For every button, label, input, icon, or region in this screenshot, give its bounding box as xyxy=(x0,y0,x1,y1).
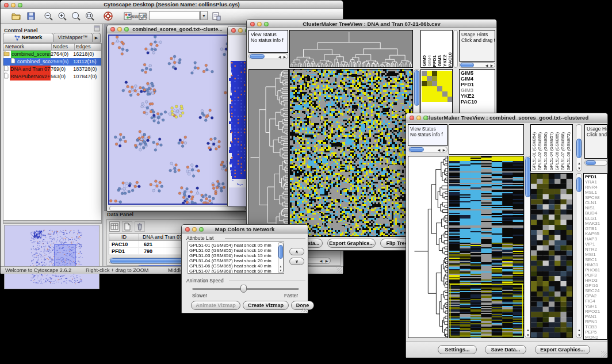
zoom-button[interactable] xyxy=(199,227,204,232)
zoom-selected-icon[interactable] xyxy=(85,11,95,21)
gene-label[interactable]: CPA2 xyxy=(585,293,606,298)
treeview1-title-bar[interactable]: ClusterMaker TreeView : DNA and Tran 07-… xyxy=(247,20,496,28)
attribute-listbox[interactable]: GPL51-01 (GSM854) heat shock 05 minGPL51… xyxy=(188,242,284,274)
tv2-label-scrollbar[interactable]: ▲▼ xyxy=(576,124,582,171)
close-button[interactable] xyxy=(231,28,236,33)
attribute-item[interactable]: GPL51-07 (GSM868) heat shock 60 min xyxy=(189,269,282,274)
mini-heat-cell[interactable] xyxy=(422,76,427,81)
column-label[interactable]: PFD1 xyxy=(432,55,437,67)
tv2-column-dendrogram[interactable] xyxy=(449,124,524,155)
mini-heat-cell[interactable] xyxy=(422,81,427,86)
resize-grip[interactable] xyxy=(336,267,342,273)
zoom-button[interactable] xyxy=(18,3,22,7)
gene-label[interactable]: HAP3 xyxy=(585,236,606,242)
gene-label[interactable]: GIM5 xyxy=(461,70,494,76)
gene-label[interactable]: GIM4 xyxy=(461,76,494,82)
column-label[interactable]: GPL51-03 (GSM856) xyxy=(543,132,549,170)
tv2-hints-scrollbar[interactable] xyxy=(584,160,607,166)
close-button[interactable] xyxy=(410,116,414,120)
dialog-title-bar[interactable]: Map Colors to Network xyxy=(182,225,308,233)
new-attribute-icon[interactable] xyxy=(122,221,132,232)
mini-heat-cell[interactable] xyxy=(447,91,453,97)
save-session-icon[interactable] xyxy=(26,11,36,21)
tv1-hints-scrollbar[interactable]: ◀▶ xyxy=(459,62,495,68)
tv1-heatmap[interactable] xyxy=(290,70,412,236)
column-label[interactable]: GIM3 xyxy=(437,55,442,67)
tab-vizmapper[interactable]: VizMapper™ xyxy=(53,33,93,43)
mini-heat-cell[interactable] xyxy=(432,76,437,81)
resize-grip[interactable] xyxy=(301,306,307,312)
gene-label[interactable]: FIG4 xyxy=(585,298,606,304)
gene-label[interactable]: PAN1 xyxy=(585,314,606,319)
mini-heat-cell[interactable] xyxy=(437,76,442,81)
mini-heat-cell[interactable] xyxy=(437,86,442,91)
attribute-item[interactable]: GPL51-02 (GSM855) heat shock 10 min xyxy=(189,248,282,253)
zoom-in-icon[interactable] xyxy=(57,11,67,21)
float-panel-icon[interactable] xyxy=(94,25,100,32)
gene-label[interactable]: YSH1 xyxy=(585,304,606,309)
col-header-id[interactable]: ID xyxy=(109,234,139,240)
tv2-zoom-vscrollbar[interactable]: ▲▼ xyxy=(576,173,582,338)
tv1-status-scrollbar[interactable]: ◀▶ xyxy=(248,53,288,59)
gene-label[interactable]: ELG1 xyxy=(585,216,606,221)
tv2-status-scrollbar[interactable]: ◀▶ xyxy=(408,147,447,152)
gene-label[interactable]: YRA1 xyxy=(585,179,606,185)
gene-label[interactable]: PHO81 xyxy=(585,267,606,273)
move-down-button[interactable]: ∨ xyxy=(289,258,304,265)
attribute-item[interactable]: GPL51-01 (GSM854) heat shock 05 min xyxy=(189,243,282,248)
tab-network[interactable]: Network xyxy=(3,33,53,43)
mini-heat-cell[interactable] xyxy=(442,97,447,102)
attribute-list-scrollbar[interactable]: ▲▼ xyxy=(278,242,284,273)
search-dropdown-button[interactable]: ▼ xyxy=(200,11,208,20)
mini-heat-cell[interactable] xyxy=(422,91,427,97)
gene-label[interactable]: GIM3 xyxy=(461,87,494,93)
export-graphics-button[interactable]: Export Graphics... xyxy=(327,239,376,248)
gene-label[interactable]: VIP1 xyxy=(585,242,606,247)
birdseye-canvas[interactable] xyxy=(5,225,99,289)
mini-heat-cell[interactable] xyxy=(447,81,453,86)
column-label[interactable]: GPL51-06 (GSM865) xyxy=(554,132,560,170)
column-label[interactable]: GPL51-04 (GSM857) xyxy=(549,132,554,170)
gene-label[interactable]: MON2 xyxy=(585,335,606,340)
gene-label[interactable]: BUD4 xyxy=(585,210,606,216)
network-hscrollbar[interactable] xyxy=(109,206,246,211)
mini-heat-cell[interactable] xyxy=(437,91,442,97)
mini-heat-cell[interactable] xyxy=(447,71,453,76)
mini-heat-cell[interactable] xyxy=(427,86,432,91)
mini-heat-cell[interactable] xyxy=(437,71,442,76)
gene-label[interactable]: HRD3 xyxy=(585,278,606,283)
gene-label[interactable]: RNR4 xyxy=(585,185,606,190)
gene-label[interactable]: RPN1 xyxy=(585,319,606,324)
mini-heat-cell[interactable] xyxy=(432,86,437,91)
tv2-zoom-heatmap[interactable] xyxy=(531,174,572,338)
column-label[interactable]: PAC10 xyxy=(447,52,453,67)
mini-heat-cell[interactable] xyxy=(437,97,442,102)
resize-grip[interactable] xyxy=(601,351,607,357)
gene-label[interactable]: SEC24 xyxy=(585,288,606,293)
animate-vizmap-button[interactable]: Animate Vizmap xyxy=(191,301,240,310)
close-button[interactable] xyxy=(110,27,115,32)
tv1-mini-heatmap[interactable] xyxy=(422,71,453,102)
speed-slider-thumb[interactable] xyxy=(240,285,247,293)
treeview2-title-bar[interactable]: ClusterMaker TreeView : combined_scores_… xyxy=(406,113,607,122)
attribute-table-icon[interactable] xyxy=(109,221,120,232)
mini-heat-cell[interactable] xyxy=(432,81,437,86)
network-row[interactable]: RNAPuberNov2+563(0)107847(0) xyxy=(3,73,101,81)
mini-heat-cell[interactable] xyxy=(442,81,447,86)
mini-heat-cell[interactable] xyxy=(427,97,432,102)
gene-label[interactable]: GTB1 xyxy=(585,226,606,231)
zoom-out-icon[interactable] xyxy=(43,11,53,21)
column-label[interactable]: GPL51-01 (GSM854) xyxy=(531,132,537,170)
gene-label[interactable]: PEP5 xyxy=(585,329,606,335)
attribute-item[interactable]: GPL51-03 (GSM856) heat shock 15 min xyxy=(189,253,282,258)
mini-heat-cell[interactable] xyxy=(432,91,437,97)
column-label[interactable]: YKE2 xyxy=(442,55,447,67)
help-icon[interactable] xyxy=(103,11,113,21)
mini-heat-cell[interactable] xyxy=(442,91,447,97)
settings-button[interactable]: Settings... xyxy=(438,345,477,354)
minimize-button[interactable] xyxy=(117,27,122,32)
export-graphics-button[interactable]: Export Graphics... xyxy=(535,345,590,354)
mini-heat-cell[interactable] xyxy=(432,97,437,102)
mini-heat-cell[interactable] xyxy=(427,81,432,86)
network-graph-canvas[interactable] xyxy=(109,36,246,204)
